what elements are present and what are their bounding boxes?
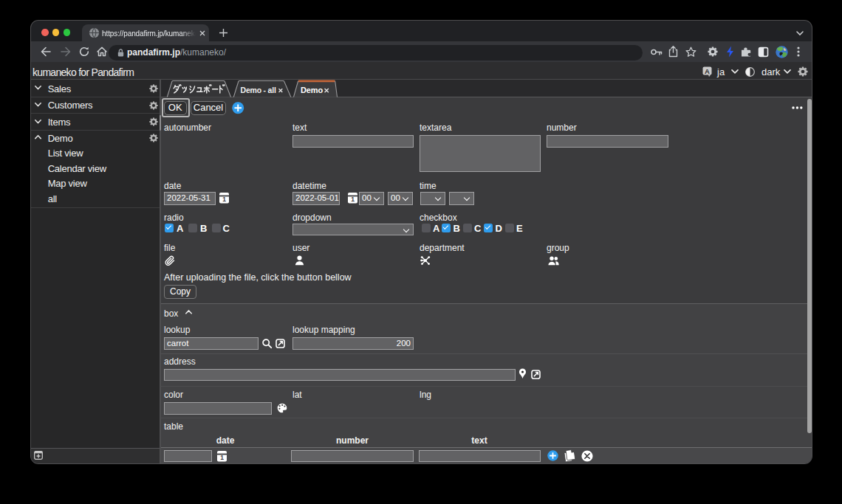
- svg-text:Demo - all: Demo - all: [241, 86, 276, 94]
- svg-text:A: A: [705, 67, 710, 75]
- svg-text:Demo: Demo: [301, 86, 324, 94]
